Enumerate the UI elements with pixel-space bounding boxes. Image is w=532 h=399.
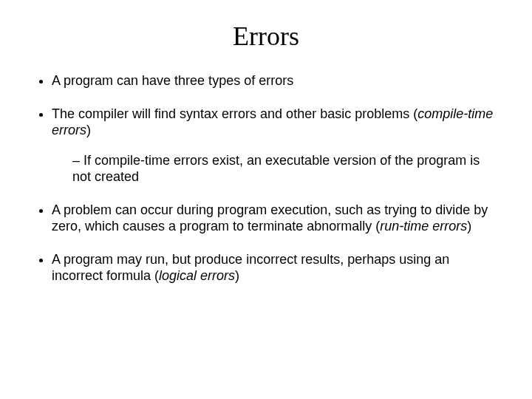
bullet-text: If compile-time errors exist, an executa… (72, 153, 480, 185)
list-item: A problem can occur during program execu… (52, 202, 501, 235)
list-item: If compile-time errors exist, an executa… (72, 152, 501, 185)
bullet-text: ) (467, 219, 471, 233)
bullet-text: The compiler will find syntax errors and… (52, 106, 417, 121)
bullet-emphasis: logical errors (159, 268, 235, 283)
list-item: A program can have three types of errors (52, 72, 501, 89)
list-item: The compiler will find syntax errors and… (52, 106, 501, 185)
sub-list: If compile-time errors exist, an executa… (52, 152, 501, 185)
bullet-text: A program can have three types of errors (52, 73, 293, 88)
bullet-text: A program may run, but produce incorrect… (52, 252, 449, 284)
slide-title: Errors (0, 21, 532, 52)
slide: Errors A program can have three types of… (0, 21, 532, 399)
bullet-text: ) (86, 123, 91, 137)
bullet-text: ) (235, 268, 239, 283)
list-item: A program may run, but produce incorrect… (52, 251, 501, 284)
bullet-list: A program can have three types of errors… (31, 72, 501, 284)
bullet-emphasis: run-time errors (380, 219, 467, 233)
